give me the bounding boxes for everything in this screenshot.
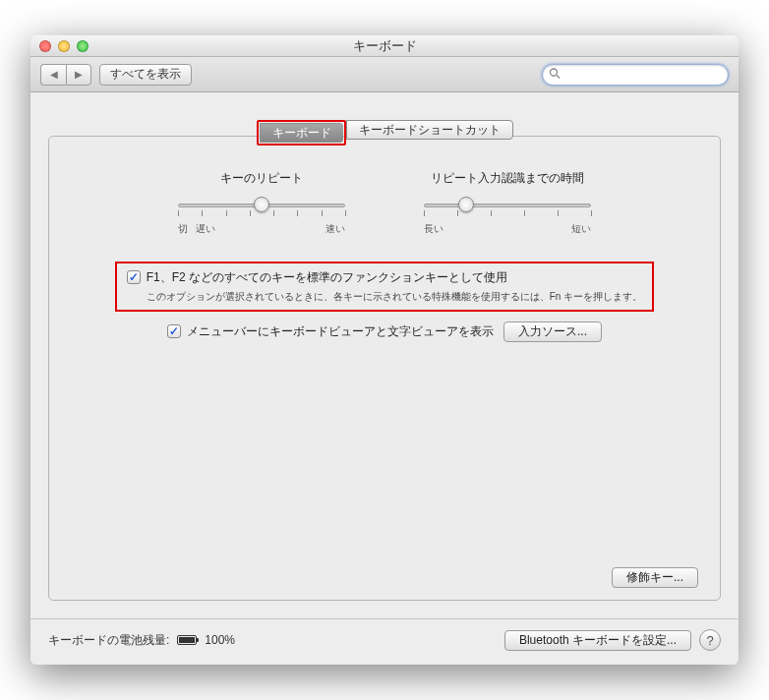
search-wrap <box>542 64 729 86</box>
footer: キーボードの電池残量: 100% Bluetooth キーボードを設定... ? <box>30 618 739 665</box>
key-repeat-label: キーのリピート <box>220 170 303 187</box>
viewer-option-row: メニューバーにキーボードビューアと文字ビューアを表示 入力ソース... <box>167 321 602 342</box>
preferences-window: キーボード ◀ ▶ すべてを表示 キーボード キーボードショートカット <box>30 35 739 665</box>
chevron-left-icon: ◀ <box>50 69 58 80</box>
key-repeat-slider[interactable] <box>178 199 345 216</box>
highlight-box-tab: キーボード <box>257 120 346 146</box>
viewer-option: メニューバーにキーボードビューアと文字ビューアを表示 <box>167 323 494 340</box>
search-input[interactable] <box>542 64 729 86</box>
panel: キーのリピート 切 遅い <box>48 136 721 601</box>
nav-buttons: ◀ ▶ <box>40 64 91 86</box>
modifier-keys-button[interactable]: 修飾キー... <box>612 567 698 588</box>
bluetooth-setup-button[interactable]: Bluetooth キーボードを設定... <box>504 630 691 651</box>
highlight-box-option: F1、F2 などのすべてのキーを標準のファンクションキーとして使用 このオプショ… <box>115 262 654 312</box>
forward-button[interactable]: ▶ <box>66 64 91 86</box>
tab-shortcuts[interactable]: キーボードショートカット <box>346 120 513 140</box>
help-icon: ? <box>706 633 713 648</box>
traffic-lights <box>39 40 89 52</box>
chevron-right-icon: ▶ <box>75 69 83 80</box>
close-icon[interactable] <box>39 40 51 52</box>
svg-line-1 <box>557 75 560 78</box>
battery-value: 100% <box>205 633 235 647</box>
tabs: キーボード キーボードショートカット <box>48 110 721 136</box>
repeat-delay-slider[interactable] <box>424 199 591 216</box>
tick-label: 遅い <box>196 222 215 236</box>
show-all-button[interactable]: すべてを表示 <box>99 64 192 86</box>
zoom-icon[interactable] <box>77 40 89 52</box>
tick-label: 長い <box>424 222 444 236</box>
key-repeat-group: キーのリピート 切 遅い <box>178 170 345 236</box>
tick-label: 短い <box>571 222 591 236</box>
fn-keys-label: F1、F2 などのすべてのキーを標準のファンクションキーとして使用 <box>147 269 507 286</box>
help-button[interactable]: ? <box>699 629 721 651</box>
slider-knob[interactable] <box>254 197 269 212</box>
viewer-checkbox[interactable] <box>167 324 181 338</box>
tick-label: 切 <box>178 222 188 236</box>
input-sources-button[interactable]: 入力ソース... <box>503 321 602 342</box>
titlebar: キーボード <box>30 35 739 57</box>
toolbar: ◀ ▶ すべてを表示 <box>30 57 739 92</box>
tab-keyboard[interactable]: キーボード <box>260 123 343 143</box>
fn-keys-checkbox[interactable] <box>127 270 141 284</box>
minimize-icon[interactable] <box>58 40 70 52</box>
fn-keys-option: F1、F2 などのすべてのキーを標準のファンクションキーとして使用 <box>127 269 642 286</box>
viewer-label: メニューバーにキーボードビューアと文字ビューアを表示 <box>187 323 494 340</box>
tick-label: 速い <box>325 222 345 236</box>
battery-label: キーボードの電池残量: <box>48 632 169 649</box>
modifier-row: 修飾キー... <box>71 567 698 588</box>
repeat-delay-group: リピート入力認識までの時間 長い 短い <box>424 170 591 236</box>
battery-icon <box>177 635 197 645</box>
content-area: キーボード キーボードショートカット キーのリピート <box>30 92 739 618</box>
search-icon <box>549 67 561 82</box>
svg-point-0 <box>551 69 558 76</box>
repeat-delay-label: リピート入力認識までの時間 <box>431 170 584 187</box>
fn-keys-description: このオプションが選択されているときに、各キーに示されている特殊機能を使用するには… <box>147 290 642 304</box>
window-title: キーボード <box>30 37 739 55</box>
back-button[interactable]: ◀ <box>40 64 66 86</box>
sliders-row: キーのリピート 切 遅い <box>71 170 698 236</box>
slider-knob[interactable] <box>458 197 474 212</box>
